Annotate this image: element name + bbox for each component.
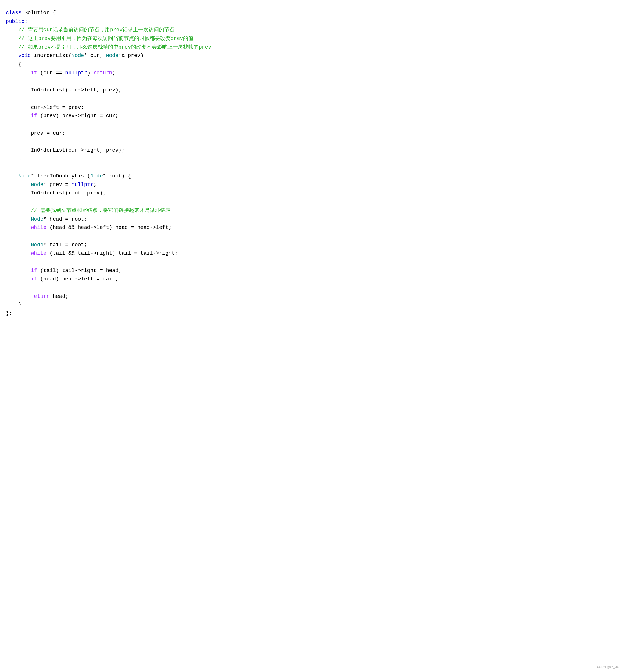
code-line	[3, 163, 618, 172]
code-line: Node* head = root;	[3, 215, 618, 224]
code-line	[3, 120, 618, 129]
code-line: Node* prev = nullptr;	[3, 181, 618, 189]
code-line: {	[3, 60, 618, 69]
code-line: // 需要用cur记录当前访问的节点，用prev记录上一次访问的节点	[3, 26, 618, 35]
code-line: }	[3, 155, 618, 164]
code-line: // 需要找到头节点和尾结点，将它们链接起来才是循环链表	[3, 206, 618, 215]
code-line: Node* tail = root;	[3, 241, 618, 250]
code-line: }	[3, 301, 618, 309]
code-line: InOrderList(cur->left, prev);	[3, 86, 618, 95]
code-line: while (tail && tail->right) tail = tail-…	[3, 249, 618, 258]
code-line: void InOrderList(Node* cur, Node*& prev)	[3, 51, 618, 60]
code-line: if (cur == nullptr) return;	[3, 69, 618, 78]
code-line: };	[3, 309, 618, 318]
code-line	[3, 137, 618, 146]
code-container: class Solution {public: // 需要用cur记录当前访问的…	[3, 6, 618, 321]
code-line: // 如果prev不是引用，那么这层栈帧的中prev的改变不会影响上一层栈帧的p…	[3, 43, 618, 52]
code-line	[3, 78, 618, 86]
code-line: InOrderList(root, prev);	[3, 189, 618, 198]
code-line: while (head && head->left) head = head->…	[3, 223, 618, 232]
code-line: prev = cur;	[3, 129, 618, 138]
code-line: public:	[3, 17, 618, 26]
code-line	[3, 232, 618, 241]
code-line: return head;	[3, 292, 618, 301]
code-line: cur->left = prev;	[3, 103, 618, 112]
code-line: Node* treeToDoublyList(Node* root) {	[3, 172, 618, 181]
code-line: if (prev) prev->right = cur;	[3, 112, 618, 120]
code-line	[3, 198, 618, 206]
code-line: if (tail) tail->right = head;	[3, 267, 618, 275]
code-line: if (head) head->left = tail;	[3, 275, 618, 284]
code-line	[3, 258, 618, 267]
code-line	[3, 95, 618, 103]
code-line: // 这里prev要用引用，因为在每次访问当前节点的时候都要改变prev的值	[3, 35, 618, 43]
code-line: InOrderList(cur->right, prev);	[3, 146, 618, 155]
code-line: class Solution {	[3, 9, 618, 17]
code-line	[3, 284, 618, 292]
